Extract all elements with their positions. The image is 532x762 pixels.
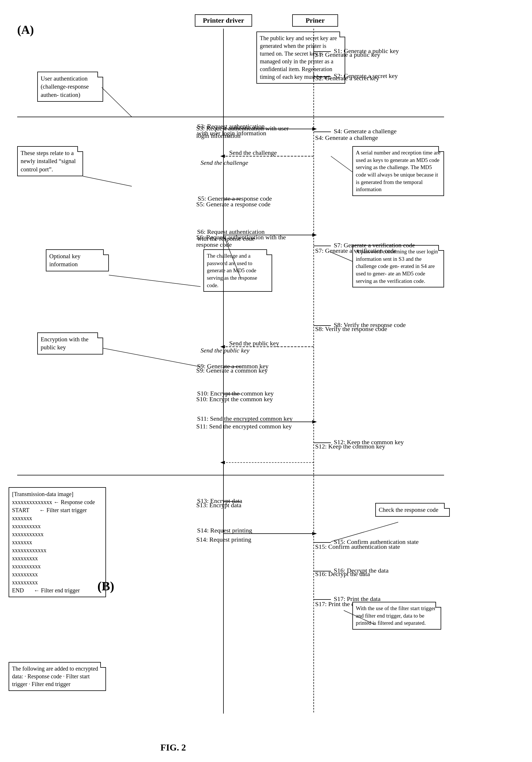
step-s16: S16: Decrypt the data: [315, 570, 404, 578]
user-auth-note: User authentication (challenge-response …: [37, 72, 103, 102]
step-s2: S2: Generate a secret key: [315, 75, 407, 82]
step-s7: S7: Generate a verification code: [315, 247, 407, 255]
send-challenge-label: Send the challenge: [200, 159, 292, 167]
fig-label: FIG. 2: [160, 742, 186, 753]
step-s12: S12: Keep the common key: [315, 443, 407, 450]
svg-line-59: [331, 522, 398, 542]
encryption-public-note: Encryption with the public key: [37, 333, 103, 354]
filter-note: With the use of the filter start trigger…: [352, 602, 441, 630]
send-public-key-label: Send the public key: [200, 347, 281, 354]
encrypted-additions-box: The following are added to encrypted dat…: [9, 662, 106, 691]
step-s6: S6: Request authentication with the resp…: [196, 234, 288, 249]
page: (A) Printer driver Priner The public key…: [0, 0, 532, 762]
svg-text:Send the challenge: Send the challenge: [229, 149, 277, 156]
optional-key-note: Optional key information: [46, 249, 109, 271]
svg-marker-16: [220, 154, 225, 158]
printer-header: Priner: [292, 14, 338, 27]
printer-driver-header: Printer driver: [195, 14, 252, 27]
step-s10: S10: Encrypt the common key: [196, 396, 285, 403]
step-s13: S13: Encrypt data: [196, 501, 276, 509]
step-s11: S11: Send the encrypted common key: [196, 423, 340, 430]
step-s8: S8: Verify the response code: [315, 325, 407, 333]
svg-line-53: [83, 176, 132, 186]
step-s9: S9: Generate a common key: [196, 367, 285, 374]
svg-text:Send the public key: Send the public key: [229, 340, 279, 347]
step-s5: S5: Generate a response code: [196, 200, 288, 208]
challenge-password-note: The challenge and a password are used to…: [203, 249, 272, 292]
svg-text:S14: Request printing: S14: Request printing: [197, 527, 252, 534]
svg-line-55: [103, 348, 200, 367]
step-s14: S14: Request printing: [196, 536, 276, 543]
section-b-label: (B): [97, 579, 114, 593]
svg-marker-21: [312, 233, 317, 237]
svg-marker-44: [312, 532, 317, 535]
step-s3: S3: Request authentication with user log…: [196, 125, 294, 140]
serial-number-note: A serial number and reception time are u…: [352, 146, 444, 196]
step-s1: S1: Generate a public key: [315, 51, 407, 58]
check-response-code-note: Check the response code: [375, 503, 450, 517]
svg-marker-10: [312, 127, 317, 131]
step-s15: S15: Confirm authentication state: [315, 543, 413, 551]
section-a-label: (A): [17, 23, 34, 37]
svg-text:S11: Send the encrypted common: S11: Send the encrypted common key: [197, 415, 292, 422]
signal-control-note: These steps relate to a newly installed …: [17, 146, 83, 176]
svg-marker-62: [220, 461, 225, 464]
svg-line-58: [331, 156, 352, 172]
step-s4: S4: Generate a challenge: [315, 134, 395, 142]
svg-line-54: [109, 275, 200, 286]
transmission-image-box: [Transmission-data image] xxxxxxxxxxxxxx…: [9, 487, 106, 597]
svg-line-52: [102, 87, 132, 117]
svg-text:S4: Generate a challenge: S4: Generate a challenge: [334, 127, 397, 135]
diagram-lines: S1: Generate a public key S2: Generate a…: [0, 0, 532, 762]
